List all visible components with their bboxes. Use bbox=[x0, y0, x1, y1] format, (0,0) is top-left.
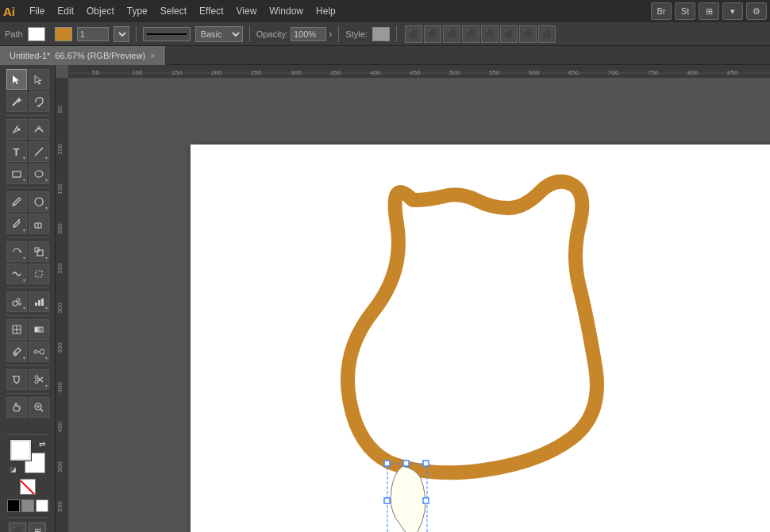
ellipse-tool[interactable]: ▾ bbox=[29, 164, 49, 184]
anchor-mid-top bbox=[403, 461, 409, 466]
opacity-input[interactable] bbox=[291, 27, 326, 41]
menu-effect[interactable]: Effect bbox=[193, 2, 229, 20]
path-label: Path bbox=[5, 29, 23, 39]
eyedropper-tool[interactable]: ▾ bbox=[6, 341, 27, 362]
canvas-area: 50 100 150 200 250 300 350 400 450 500 5… bbox=[56, 65, 770, 532]
warp-tool[interactable]: ▾ bbox=[6, 264, 27, 284]
svg-rect-11 bbox=[37, 250, 43, 256]
style-label: Style: bbox=[345, 29, 368, 39]
rotate-tool[interactable]: ▾ bbox=[6, 241, 27, 262]
workspace-icon-btn[interactable]: ⊞ bbox=[699, 2, 719, 20]
options-bar: Path ▾ Basic Opacity: › Style: ⬛ ⬛ ⬛ ⬛ ⬛… bbox=[0, 22, 770, 46]
sep-5 bbox=[6, 315, 49, 316]
svg-text:700: 700 bbox=[608, 69, 619, 76]
tool-row-3 bbox=[6, 119, 49, 140]
svg-point-14 bbox=[13, 301, 17, 306]
menu-file[interactable]: File bbox=[23, 2, 51, 20]
live-paint-bucket-tool[interactable] bbox=[6, 369, 27, 390]
zoom-tool[interactable] bbox=[29, 397, 49, 418]
align-icon-2[interactable]: ⬛ bbox=[424, 25, 441, 43]
menu-select[interactable]: Select bbox=[154, 2, 193, 20]
align-icon-5[interactable]: ⬛ bbox=[481, 25, 499, 43]
lasso-tool[interactable] bbox=[29, 91, 49, 112]
mesh-tool[interactable] bbox=[6, 319, 27, 340]
blend-tool[interactable]: ▾ bbox=[29, 341, 49, 362]
align-icon-3[interactable]: ⬛ bbox=[443, 25, 460, 43]
svg-text:600: 600 bbox=[529, 69, 540, 76]
stock-icon-btn[interactable]: St bbox=[675, 2, 695, 20]
tab-close-button[interactable]: × bbox=[150, 51, 155, 60]
free-transform-tool[interactable] bbox=[29, 264, 49, 284]
curvature-tool[interactable] bbox=[29, 119, 49, 140]
tab-bar: Untitled-1* 66.67% (RGB/Preview) × bbox=[0, 46, 770, 65]
swap-colors-icon[interactable]: ⇄ bbox=[39, 440, 45, 449]
menu-view[interactable]: View bbox=[230, 2, 264, 20]
screen-mode-row: ⬛ ⊞ bbox=[9, 522, 46, 532]
expand-canvas-icon[interactable]: ⊞ bbox=[29, 522, 46, 532]
scissors-tool[interactable]: ▾ bbox=[29, 369, 49, 390]
svg-line-2 bbox=[17, 125, 18, 127]
align-icon-1[interactable]: ⬛ bbox=[405, 25, 422, 43]
eraser-tool[interactable] bbox=[29, 214, 49, 234]
stroke-width-input[interactable] bbox=[77, 27, 109, 41]
tool-row-6: ▾ bbox=[6, 191, 49, 212]
type-tool[interactable]: T ▾ bbox=[6, 141, 27, 162]
right-icon-group: Br St ⊞ ▾ ⚙ bbox=[651, 2, 767, 20]
blob-brush-tool[interactable]: ▾ bbox=[29, 191, 49, 212]
rectangle-tool[interactable]: ▾ bbox=[6, 164, 27, 184]
symbol-sprayer-tool[interactable]: ▾ bbox=[6, 291, 27, 312]
svg-marker-10 bbox=[20, 250, 21, 253]
svg-text:550: 550 bbox=[489, 69, 500, 76]
app-settings-icon[interactable]: ⚙ bbox=[746, 2, 767, 20]
menu-help[interactable]: Help bbox=[310, 2, 342, 20]
gradient-tool[interactable] bbox=[29, 319, 49, 340]
selection-tool[interactable] bbox=[6, 69, 27, 90]
document-tab[interactable]: Untitled-1* 66.67% (RGB/Preview) × bbox=[0, 46, 166, 65]
align-icon-8[interactable]: ⬛ bbox=[538, 25, 556, 43]
menu-object[interactable]: Object bbox=[80, 2, 121, 20]
gray-swatch[interactable] bbox=[21, 499, 34, 512]
svg-text:250: 250 bbox=[56, 263, 64, 274]
bridge-icon-btn[interactable]: Br bbox=[651, 2, 672, 20]
align-icon-7[interactable]: ⬛ bbox=[519, 25, 537, 43]
svg-text:150: 150 bbox=[56, 183, 64, 195]
align-icon-4[interactable]: ⬛ bbox=[462, 25, 479, 43]
pencil-tool[interactable]: ▾ bbox=[6, 214, 27, 234]
fill-color-box[interactable] bbox=[10, 440, 31, 461]
stroke-style-select[interactable]: Basic bbox=[195, 26, 243, 42]
tool-row-11 bbox=[6, 319, 49, 340]
column-graph-tool[interactable]: ▾ bbox=[29, 291, 49, 312]
white-swatch[interactable] bbox=[36, 499, 48, 512]
svg-text:450: 450 bbox=[410, 69, 421, 76]
sep-9 bbox=[6, 517, 49, 518]
stroke-options-select[interactable]: ▾ bbox=[114, 26, 129, 42]
svg-point-15 bbox=[17, 299, 20, 302]
pen-tool[interactable] bbox=[6, 119, 27, 140]
align-icon-6[interactable]: ⬛ bbox=[500, 25, 518, 43]
hand-tool[interactable] bbox=[6, 397, 27, 418]
tool-row-4: T ▾ ▾ bbox=[6, 141, 49, 162]
black-swatch[interactable] bbox=[7, 499, 20, 512]
screen-mode-icon[interactable]: ⬛ bbox=[9, 522, 26, 532]
default-colors-icon[interactable]: ◪ bbox=[10, 466, 17, 473]
scale-tool[interactable]: ▾ bbox=[29, 241, 49, 262]
stroke-swatch[interactable] bbox=[55, 27, 72, 41]
magic-wand-tool[interactable] bbox=[6, 91, 27, 112]
paintbrush-tool[interactable] bbox=[6, 191, 27, 212]
workspace-switcher-icon[interactable]: ▾ bbox=[722, 2, 743, 20]
direct-selection-tool[interactable] bbox=[29, 69, 49, 90]
style-swatch[interactable] bbox=[372, 27, 390, 41]
opacity-section: Opacity: › bbox=[256, 27, 333, 41]
none-indicator[interactable] bbox=[20, 479, 36, 495]
tool-row-13: ▾ bbox=[6, 369, 49, 390]
divider-3 bbox=[338, 26, 339, 42]
opacity-arrow[interactable]: › bbox=[329, 28, 332, 40]
line-tool[interactable]: ▾ bbox=[29, 141, 49, 162]
menu-window[interactable]: Window bbox=[263, 2, 310, 20]
svg-text:200: 200 bbox=[211, 69, 222, 76]
menu-type[interactable]: Type bbox=[121, 2, 154, 20]
menu-edit[interactable]: Edit bbox=[51, 2, 80, 20]
fill-swatch[interactable] bbox=[28, 27, 45, 41]
anchor-mid-right bbox=[423, 498, 429, 503]
divider-4 bbox=[396, 26, 397, 42]
